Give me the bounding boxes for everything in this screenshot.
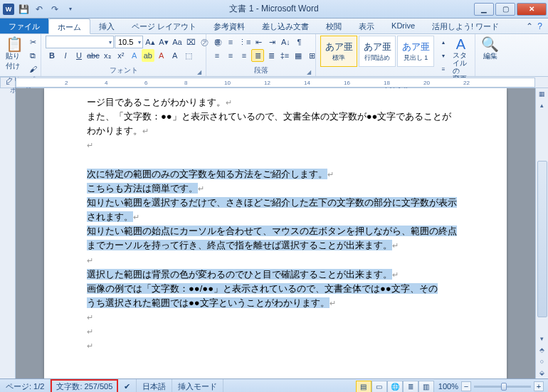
numbering-icon[interactable]: ≡ — [224, 36, 237, 48]
prev-page-icon[interactable]: ⬘ — [537, 344, 548, 356]
sort-icon[interactable]: A↓ — [279, 36, 292, 48]
selected-text: 次に特定の範囲のみの文字数を知る方法をご紹介します。 — [87, 169, 327, 179]
align-right-icon[interactable]: ≡ — [238, 49, 251, 62]
horizontal-ruler[interactable]: 2 4 6 8 10 12 14 16 18 20 22 — [16, 78, 535, 88]
tab-home[interactable]: ホーム — [48, 18, 90, 34]
paste-label: 貼り付け — [6, 51, 23, 71]
selected-text: 画像の例では「文字数：●●/●●」と表示されているので、文書全体では●●文字、そ… — [87, 283, 438, 294]
scroll-up-icon[interactable]: ▴ — [537, 100, 548, 111]
text-effects-icon[interactable]: A — [128, 49, 141, 62]
browse-object-icon[interactable]: ○ — [537, 356, 548, 367]
next-page-icon[interactable]: ⬙ — [537, 367, 548, 378]
zoom-level[interactable]: 100% — [438, 382, 458, 391]
grow-font-icon[interactable]: A▴ — [144, 36, 157, 48]
font-color-icon[interactable]: A — [155, 49, 168, 62]
view-draft-icon[interactable]: ▥ — [418, 381, 434, 393]
minimize-button[interactable]: ▁ — [474, 3, 494, 16]
line-spacing-icon[interactable]: ‡≡ — [278, 49, 291, 62]
editing-label: 編集 — [483, 51, 497, 61]
style-gallery-up-icon[interactable]: ▴ — [437, 36, 450, 48]
italic-icon[interactable]: I — [59, 49, 72, 62]
align-left-icon[interactable]: ≡ — [211, 49, 223, 62]
bold-icon[interactable]: B — [46, 49, 58, 62]
tab-file[interactable]: ファイル — [0, 18, 48, 33]
style-normal[interactable]: あア亜標準 — [320, 36, 357, 67]
scroll-thumb[interactable] — [537, 161, 547, 317]
strike-icon[interactable]: abc — [86, 49, 100, 62]
view-outline-icon[interactable]: ≣ — [403, 381, 418, 393]
char-shading-icon[interactable]: A — [169, 49, 181, 62]
justify-icon[interactable]: ≣ — [251, 49, 264, 62]
subscript-icon[interactable]: x₂ — [101, 49, 114, 62]
tab-kdrive[interactable]: KDrive — [383, 18, 423, 33]
tab-use[interactable]: 活用しよう! ワード — [423, 18, 507, 33]
qat-save-icon[interactable]: 💾 — [17, 3, 30, 16]
tab-view[interactable]: 表示 — [350, 18, 383, 33]
superscript-icon[interactable]: x² — [115, 49, 127, 62]
tab-references[interactable]: 参考資料 — [205, 18, 253, 33]
view-print-layout-icon[interactable]: ▤ — [356, 381, 372, 393]
status-proofing-icon[interactable]: ✔ — [118, 379, 137, 392]
show-marks-icon[interactable]: ¶ — [293, 36, 305, 48]
document-page[interactable]: ージ目であることがわかります。↵ また、「文字数：●●」と表示されているので、文… — [44, 88, 507, 378]
cut-icon[interactable]: ✂ — [26, 36, 39, 48]
document-area: ージ目であることがわかります。↵ また、「文字数：●●」と表示されているので、文… — [0, 88, 548, 378]
tab-page-layout[interactable]: ページ レイアウト — [123, 18, 205, 33]
view-read-icon[interactable]: ▭ — [372, 381, 387, 393]
zoom-slider-thumb[interactable] — [501, 383, 507, 391]
style-gallery-more-icon[interactable]: ≡ — [437, 63, 450, 75]
status-page[interactable]: ページ: 1/2 — [0, 379, 51, 392]
clear-format-icon[interactable]: ⌧ — [184, 36, 197, 48]
change-case-icon[interactable]: Aa — [171, 36, 184, 48]
ruler-toggle-icon[interactable]: ▦ — [537, 88, 548, 100]
paste-button[interactable]: 📋 貼り付け — [4, 36, 25, 73]
distribute-icon[interactable]: ≣ — [265, 49, 278, 62]
vertical-scrollbar[interactable]: ▦ ▴ ▾ ⬘ ○ ⬙ — [535, 88, 548, 378]
status-insert-mode[interactable]: 挿入モード — [172, 379, 223, 392]
tab-insert[interactable]: 挿入 — [90, 18, 123, 33]
close-button[interactable]: ✕ — [517, 3, 547, 16]
editing-button[interactable]: 🔍 編集 — [480, 36, 500, 63]
shrink-font-icon[interactable]: A▾ — [157, 36, 170, 48]
minimize-ribbon-icon[interactable]: ⌃ — [526, 21, 533, 31]
style-heading1[interactable]: あア亜見出し 1 — [397, 36, 434, 67]
maximize-button[interactable]: ▢ — [495, 3, 515, 16]
style-no-spacing[interactable]: あア亜行間詰め — [359, 36, 396, 67]
format-painter-icon[interactable]: 🖌 — [26, 63, 39, 75]
decrease-indent-icon[interactable]: ⇤ — [252, 36, 265, 48]
tab-review[interactable]: 校閲 — [317, 18, 350, 33]
qat-redo-icon[interactable]: ↷ — [48, 3, 61, 16]
change-styles-button[interactable]: A スタイルの 変更 — [451, 36, 470, 84]
titlebar: W 💾 ↶ ↷ ▾ 文書 1 - Microsoft Word ▁ ▢ ✕ — [0, 0, 548, 18]
ribbon: 📋 貼り付け ✂ ⧉ 🖌 クリップボード◢ ▾ 10.5▾ A▴ A▾ Aa ⌧… — [0, 34, 548, 77]
tab-mailings[interactable]: 差し込み文書 — [253, 18, 317, 33]
qat-customize-icon[interactable]: ▾ — [64, 3, 77, 16]
underline-icon[interactable]: U — [73, 49, 85, 62]
bullets-icon[interactable]: ≣ — [211, 36, 223, 48]
font-size-select[interactable]: 10.5▾ — [115, 36, 143, 48]
vertical-ruler[interactable] — [0, 88, 16, 378]
status-word-count[interactable]: 文字数: 257/505 — [51, 379, 118, 392]
qat-undo-icon[interactable]: ↶ — [33, 3, 46, 16]
scroll-down-icon[interactable]: ▾ — [537, 333, 548, 344]
style-gallery-down-icon[interactable]: ▾ — [437, 49, 450, 62]
char-border-icon[interactable]: ⬚ — [182, 49, 195, 62]
copy-icon[interactable]: ⧉ — [26, 49, 39, 62]
increase-indent-icon[interactable]: ⇥ — [265, 36, 278, 48]
view-web-icon[interactable]: 🌐 — [387, 381, 403, 393]
group-paragraph: ≣ ≡ ⋮≡ ⇤ ⇥ A↓ ¶ ≡ ≡ ≡ ≣ ≣ ‡≡ ▦ ⊞ 段落◢ — [206, 34, 316, 76]
zoom-in-button[interactable]: + — [534, 381, 544, 391]
selected-text: 知りたい範囲の始点にカーソルを合わせて、マウスの左ボタンを押しながら、範囲の終点 — [87, 226, 457, 236]
align-center-icon[interactable]: ≡ — [224, 49, 237, 62]
font-launcher-icon[interactable]: ◢ — [197, 69, 201, 75]
shading-icon[interactable]: ▦ — [292, 49, 305, 62]
zoom-slider[interactable] — [474, 386, 531, 388]
help-icon[interactable]: ? — [537, 21, 542, 31]
status-language[interactable]: 日本語 — [137, 379, 172, 392]
document-viewport: ージ目であることがわかります。↵ また、「文字数：●●」と表示されているので、文… — [16, 88, 535, 378]
font-family-select[interactable]: ▾ — [46, 36, 114, 48]
zoom-out-button[interactable]: − — [461, 381, 471, 391]
multilevel-icon[interactable]: ⋮≡ — [238, 36, 251, 48]
paragraph-launcher-icon[interactable]: ◢ — [307, 69, 311, 75]
highlight-icon[interactable]: ab — [142, 49, 154, 62]
